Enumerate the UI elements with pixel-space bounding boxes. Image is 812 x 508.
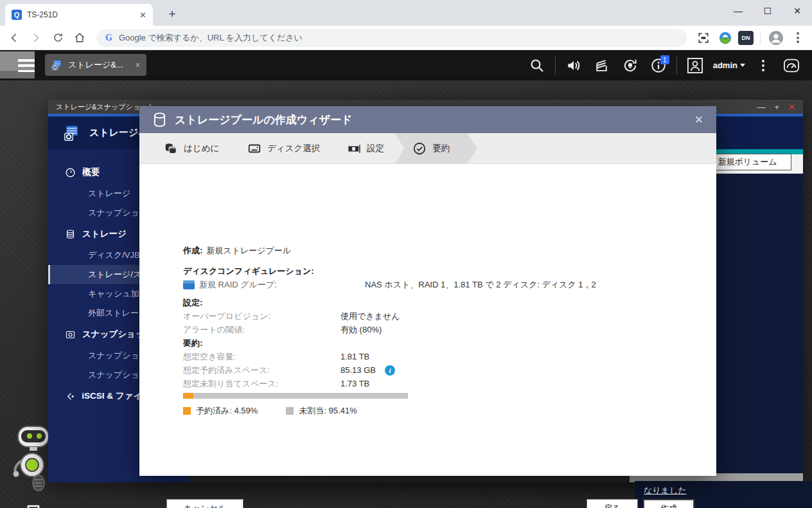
browser-tabstrip: Q TS-251D ✕ + — ☐ ✕ [0,0,812,26]
forward-icon[interactable] [27,29,45,47]
topbar-divider [676,57,677,75]
settings-heading: 設定: [183,298,202,308]
dashboard-icon[interactable] [777,50,806,80]
raid-group-row: 新規 RAID グループ: NAS ホスト、RAID 1、1.81 TB で 2… [183,280,596,290]
create-label: 作成: [183,246,202,256]
step-configure[interactable]: 設定 [347,133,384,164]
volume-icon[interactable] [560,50,588,80]
browser-close-button[interactable]: ✕ [782,0,812,22]
camera-icon [65,329,76,340]
wizard-header: ストレージプールの作成ウィザード ✕ [139,106,716,133]
username-label[interactable]: admin [713,60,737,70]
chevron-down-icon[interactable] [740,64,745,67]
browser-profile-avatar[interactable] [767,29,785,47]
browser-tab[interactable]: Q TS-251D ✕ [5,4,153,26]
reserved-space-label: 想定予約済みスペース: [183,365,340,376]
alert-threshold-row: アラートの閾値: 有効 (80%) [183,325,382,335]
adblock-extension-icon[interactable] [716,29,734,47]
address-placeholder: Google で検索するか、URL を入力してください [119,32,303,44]
create-value: 新規ストレージプール [206,246,291,256]
notifications-icon[interactable]: 1 [644,50,673,80]
unallocated-space-row: 想定未割り当てスペース: 1.73 TB [183,379,369,389]
unallocated-legend-label: 未割当: 95.41% [299,405,357,417]
free-space-row: 想定空き容量: 1.81 TB [183,352,369,362]
raid-group-label: 新規 RAID グループ: [199,280,365,290]
disk-select-icon [247,141,261,156]
allocation-bar [183,393,408,399]
unallocated-legend-swatch [286,407,294,415]
sync-notify-icon[interactable] [616,50,644,80]
browser-minimize-button[interactable]: — [723,0,753,22]
browser-menu-icon[interactable] [789,29,807,47]
storage-pool-wizard-dialog: ストレージプールの作成ウィザード ✕ はじめに ディスク選択 [139,106,716,476]
browser-maximize-button[interactable]: ☐ [753,0,782,22]
step-summary[interactable]: 要約 [412,133,450,164]
user-avatar-icon[interactable] [681,50,709,80]
storage-app-icon [51,59,64,71]
reserved-legend-label: 予約済み: 4.59% [196,405,258,417]
unallocated-space-label: 想定未割り当てスペース: [183,379,340,389]
toolbar-divider [760,32,761,44]
disk-config-heading: ディスクコンフィギュレーション: [183,266,314,277]
new-tab-button[interactable]: + [164,6,180,22]
wizard-close-icon[interactable]: ✕ [694,113,703,127]
window-maximize-button[interactable]: + [775,102,780,112]
reload-icon[interactable] [49,29,67,47]
reserved-legend-swatch [183,407,191,415]
create-button[interactable]: 作成 [643,499,694,508]
right-panel [716,174,803,473]
back-icon[interactable] [5,29,23,47]
window-minimize-button[interactable]: — [757,102,766,112]
overprovision-value: 使用できません [340,311,400,322]
screenshot-extension-icon[interactable] [694,29,712,47]
browser-toolbar: G Google で検索するか、URL を入力してください DN [0,26,812,50]
notification-badge: 1 [660,55,669,64]
iscsi-icon [65,391,75,402]
new-volume-button[interactable]: 新規ボリューム [703,154,791,170]
raid-disk-icon [183,280,195,289]
cancel-button[interactable]: キャンセル [166,499,243,508]
home-icon[interactable] [71,29,89,47]
free-space-value: 1.81 TB [340,352,369,362]
wizard-title: ストレージプールの作成ウィザード [175,113,687,127]
browser-tab-title: TS-251D [27,10,134,19]
storage-pool-icon [152,112,167,128]
gauge-icon [65,167,76,178]
search-icon[interactable] [523,50,551,80]
summary-heading: 要約: [183,338,202,349]
overprovision-label: オーバープロビジョン: [183,311,340,322]
configure-icon [347,141,361,156]
unallocated-space-value: 1.73 TB [340,379,369,389]
free-space-label: 想定空き容量: [183,352,340,362]
google-g-icon: G [105,33,112,43]
back-button[interactable]: 戻る [587,499,638,508]
info-icon[interactable]: i [385,365,395,376]
notification-link[interactable]: なりました [644,485,687,496]
disks-icon [65,229,76,240]
background-tasks-icon[interactable] [588,50,616,80]
address-bar[interactable]: G Google で検索するか、URL を入力してください [96,29,687,47]
create-row: 作成: 新規ストレージプール [183,246,291,256]
tab-close-icon[interactable]: ✕ [139,10,146,20]
recycle-bin-icon[interactable] [15,503,51,508]
dn-extension-icon[interactable]: DN [738,31,754,45]
step-disk-select[interactable]: ディスク選択 [247,133,320,164]
qts-app-tab[interactable]: ストレージ&... ✕ [45,54,146,76]
more-menu-icon[interactable] [749,50,777,80]
alert-threshold-label: アラートの閾値: [183,325,340,335]
summary-check-icon [412,141,427,156]
wizard-steps: はじめに ディスク選択 設定 [139,133,716,164]
qts-app-tab-close-icon[interactable]: ✕ [135,61,141,69]
window-close-button[interactable]: ✕ [788,102,795,112]
storage-app-icon [62,123,82,143]
reserved-space-row: 想定予約済みスペース: 85.13 GB i [183,365,395,376]
screen: Q TS-251D ✕ + — ☐ ✕ G Google で検索するか、URL … [0,0,812,508]
allocation-legend: 予約済み: 4.59% 未割当: 95.41% [183,405,357,417]
allocation-bar-reserved [183,393,193,399]
wizard-body: 作成: 新規ストレージプール ディスクコンフィギュレーション: 新規 RAID … [139,164,716,476]
step-get-started[interactable]: はじめに [164,133,219,164]
qnap-favicon: Q [12,10,22,20]
overprovision-row: オーバープロビジョン: 使用できません [183,311,400,322]
storage-pools-icon [164,141,178,156]
main-menu-icon[interactable] [18,59,35,72]
